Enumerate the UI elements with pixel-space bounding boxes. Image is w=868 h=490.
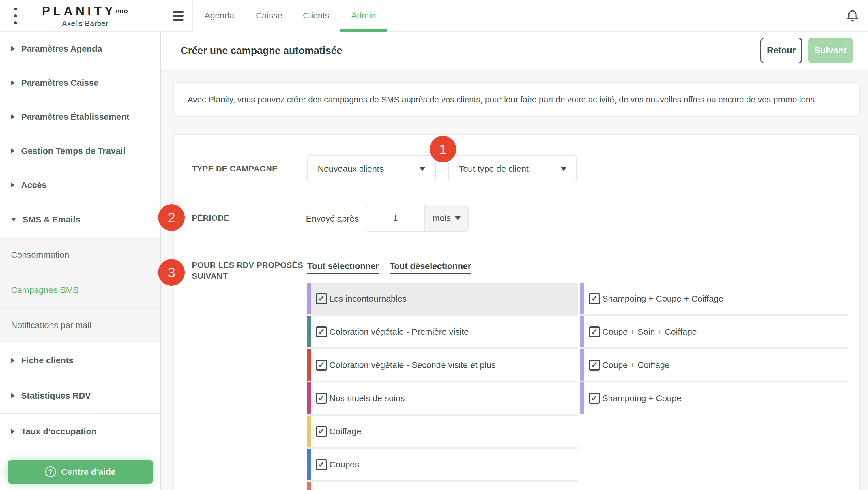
service-row-coloration-premiere[interactable]: Coloration végétale - Première visite: [307, 316, 578, 347]
sidebar-item-label: Paramètres Agenda: [21, 44, 102, 54]
step-badge-3: 3: [158, 259, 185, 286]
brand-suffix: PRO: [116, 9, 128, 14]
topbar: PLANITYPRO Axel's Barber Agenda Caisse C…: [0, 0, 868, 32]
checkbox-checked-icon[interactable]: [316, 293, 327, 304]
sidebar-item-parametres-caisse[interactable]: Paramètres Caisse: [0, 66, 160, 100]
sidebar-item-acces[interactable]: Accès: [0, 168, 160, 202]
service-row-partial[interactable]: [307, 482, 578, 490]
sidebar-item-label: Notifications par mail: [11, 320, 91, 330]
kebab-menu-icon[interactable]: [12, 7, 19, 24]
period-value-input[interactable]: 1: [367, 205, 425, 231]
sidebar-item-consommation[interactable]: Consommation: [0, 237, 160, 272]
caret-down-icon: [11, 218, 16, 221]
caret-right-icon: [11, 429, 15, 434]
category-color-bar: [307, 449, 311, 480]
rdv-label-line1: POUR LES RDV PROPOSÉS: [192, 260, 303, 271]
checkbox-checked-icon[interactable]: [316, 326, 327, 337]
sidebar: Paramètres Agenda Paramètres Caisse Para…: [0, 32, 161, 490]
sidebar-item-label: Accès: [21, 180, 46, 190]
period-prefix-text: Envoyé après: [306, 214, 359, 224]
checkbox-checked-icon[interactable]: [589, 393, 600, 404]
category-color-bar: [307, 382, 311, 414]
service-row-label: Nos rituels de soins: [329, 393, 405, 403]
tab-agenda[interactable]: Agenda: [192, 0, 246, 32]
service-row-coupe-coiffage[interactable]: Coupe + Coiffage: [580, 349, 848, 380]
page-header: Créer une campagne automatisée Retour Su…: [161, 32, 868, 69]
tab-admin-active-underline: [340, 29, 387, 32]
category-color-bar: [307, 283, 311, 314]
service-row-rituels-soins[interactable]: Nos rituels de soins: [307, 382, 578, 414]
checkbox-checked-icon[interactable]: [589, 293, 600, 304]
sidebar-item-label: Gestion Temps de Travail: [21, 146, 125, 156]
tab-clients-label: Clients: [303, 11, 330, 20]
caret-right-icon: [11, 114, 15, 120]
category-color-bar: [307, 349, 311, 380]
back-button[interactable]: Retour: [761, 37, 802, 63]
period-input-group: 1 mois: [366, 205, 469, 232]
service-row-label: Coiffage: [329, 427, 361, 436]
tab-admin[interactable]: Admin: [340, 0, 387, 32]
sidebar-item-parametres-agenda[interactable]: Paramètres Agenda: [0, 32, 160, 66]
category-color-bar: [307, 482, 311, 490]
notifications-bell-icon[interactable]: [845, 8, 860, 24]
sidebar-item-label: Taux d'occupation: [21, 427, 97, 436]
service-row-shampoing-coupe[interactable]: Shampoing + Coupe: [580, 382, 848, 414]
next-button[interactable]: Suivant: [808, 37, 853, 63]
sidebar-item-notifications-mail[interactable]: Notifications par mail: [0, 308, 160, 343]
main-content: Créer une campagne automatisée Retour Su…: [161, 32, 868, 490]
checkbox-checked-icon[interactable]: [589, 326, 600, 337]
campaign-type-select[interactable]: Nouveaux clients: [307, 155, 436, 182]
service-row-coupe-soin-coiffage[interactable]: Coupe + Soin + Coiffage: [580, 316, 848, 347]
sidebar-item-label: Fiche clients: [21, 356, 73, 365]
service-row-coupes[interactable]: Coupes: [307, 449, 578, 480]
planity-admin-page: PLANITYPRO Axel's Barber Agenda Caisse C…: [0, 0, 868, 490]
hamburger-menu-icon[interactable]: [173, 11, 184, 21]
sidebar-item-label-active: Campagnes SMS: [11, 285, 79, 295]
checkbox-checked-icon[interactable]: [316, 393, 327, 404]
period-unit-select[interactable]: mois: [425, 205, 468, 231]
sidebar-item-label: Statistiques RDV: [21, 391, 91, 401]
checkbox-checked-icon[interactable]: [589, 360, 600, 370]
help-center-button[interactable]: ? Centre d'aide: [8, 460, 153, 484]
sidebar-item-campagnes-sms[interactable]: Campagnes SMS: [0, 272, 160, 308]
checkbox-checked-icon[interactable]: [316, 360, 327, 370]
service-row-coiffage[interactable]: Coiffage: [307, 416, 578, 447]
sidebar-item-sms-emails[interactable]: SMS & Emails: [0, 202, 160, 237]
category-color-bar: [307, 316, 311, 347]
service-row-label: Coupes: [329, 460, 359, 469]
sidebar-item-label: Consommation: [11, 250, 69, 260]
service-row-les-incontournables[interactable]: Les incontournables: [307, 283, 578, 314]
tab-caisse[interactable]: Caisse: [246, 0, 292, 32]
service-row-shampoing-coupe-coiffage[interactable]: Shampoing + Coupe + Coiffage: [580, 283, 848, 314]
client-type-select-value: Tout type de client: [459, 164, 529, 174]
checkbox-checked-icon[interactable]: [316, 459, 327, 470]
checkbox-checked-icon[interactable]: [316, 426, 327, 437]
sidebar-item-fiche-clients[interactable]: Fiche clients: [0, 343, 160, 378]
sidebar-item-parametres-etablissement[interactable]: Paramètres Établissement: [0, 100, 160, 134]
brand-name: PLANITY: [42, 4, 116, 18]
category-color-bar: [580, 283, 584, 314]
campaign-type-label: TYPE DE CAMPAGNE: [192, 163, 278, 174]
deselect-all-link[interactable]: Tout déselectionner: [390, 261, 471, 274]
caret-right-icon: [11, 182, 15, 188]
rdv-label-line2: SUIVANT: [192, 271, 303, 282]
select-all-link[interactable]: Tout sélectionner: [307, 261, 379, 274]
sidebar-item-statistiques-rdv[interactable]: Statistiques RDV: [0, 378, 160, 414]
category-color-bar: [580, 382, 584, 414]
page-title: Créer une campagne automatisée: [181, 32, 342, 69]
service-row-coloration-seconde[interactable]: Coloration végétale - Seconde visite et …: [307, 349, 578, 380]
rdv-label: POUR LES RDV PROPOSÉS SUIVANT: [192, 260, 303, 282]
chevron-down-icon: [419, 166, 426, 171]
chevron-down-icon: [560, 166, 567, 171]
period-label: PÉRIODE: [192, 213, 229, 224]
tab-clients[interactable]: Clients: [292, 0, 340, 32]
caret-right-icon: [11, 46, 15, 51]
service-row-label: Shampoing + Coupe: [602, 393, 681, 403]
chevron-down-icon: [455, 216, 461, 220]
sidebar-item-taux-occupation[interactable]: Taux d'occupation: [0, 414, 160, 449]
campaign-form-card: TYPE DE CAMPAGNE Nouveaux clients Tout t…: [173, 134, 860, 490]
sidebar-item-gestion-temps-travail[interactable]: Gestion Temps de Travail: [0, 134, 160, 168]
step-badge-2: 2: [158, 204, 185, 231]
service-list-left-column: Les incontournables Coloration végétale …: [307, 283, 578, 490]
client-type-select[interactable]: Tout type de client: [448, 155, 577, 182]
